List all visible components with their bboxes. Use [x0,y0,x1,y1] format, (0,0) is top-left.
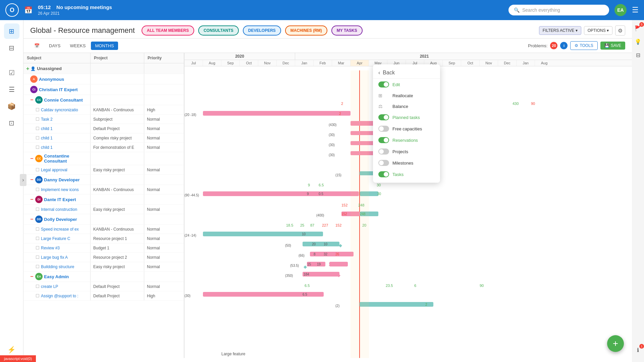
filter-consultants[interactable]: CONSULTANTS [198,25,239,36]
filter-my-tasks[interactable]: MY TASKS [331,25,363,36]
row-review3: ☐ Review #3 Budget 1 Normal [23,243,184,253]
svg-text:(30): (30) [184,294,191,298]
row-anonymous: A Anonymous [23,74,184,84]
info-icon[interactable]: i [560,42,568,49]
svg-rect-49 [303,242,339,246]
avatar-danny: DD [35,176,43,183]
search-bar[interactable]: 🔍 Search everything [508,5,609,15]
svg-rect-35 [341,212,360,216]
svg-text:2: 2 [339,112,341,116]
tools-button[interactable]: ⚙ TOOLS [570,41,597,50]
planned-tasks-toggle[interactable] [378,114,389,120]
dropdown-edit[interactable]: Edit [373,79,440,90]
avatar-anonymous: A [30,75,38,83]
options-button[interactable]: OPTIONS ▾ [584,26,612,35]
row-assign-support: ☐ Assign @support to : Default Project H… [23,291,184,301]
filter-list-icon[interactable]: ⊟ [633,50,643,60]
svg-text:30: 30 [377,192,381,196]
filter-machines[interactable]: MACHINES (RM) [285,25,327,36]
add-fab[interactable]: + [607,335,624,352]
projects-toggle[interactable] [378,148,389,155]
filter-all-team-members[interactable]: ALL TEAM MEMBERS [142,25,194,36]
notification-button[interactable]: ℹ 1 [633,345,643,355]
sidebar-item-dropbox[interactable]: 📦 [4,99,19,114]
svg-text:19: 19 [317,262,321,266]
collapse-danny[interactable]: − [30,177,33,183]
notification-badge: 1 [639,344,644,349]
svg-text:1: 1 [329,262,331,266]
content-header: Global - Resource management ALL TEAM ME… [23,20,632,39]
tasks-toggle[interactable] [378,171,389,177]
sidebar-expand-btn[interactable]: › [20,174,26,186]
collapse-dolly[interactable]: − [30,216,33,222]
dropdown-reallocate[interactable]: ⊞ Reallocate [373,90,440,101]
filters-active-button[interactable]: FILTERS ACTIVE ▾ [539,26,581,35]
dropdown-projects[interactable]: Projects [373,146,440,157]
expand-unassigned[interactable]: + [26,66,29,72]
dropdown-free-capacities[interactable]: Free capacities [373,123,440,134]
calendar-view-button[interactable]: 📅 [30,42,44,50]
reservations-toggle[interactable] [378,137,389,143]
edit-toggle[interactable] [378,81,389,87]
svg-text:32: 32 [324,252,328,256]
collapse-constantine[interactable]: − [30,156,33,162]
free-capacities-toggle[interactable] [378,126,389,132]
sidebar-item-widget[interactable]: ⊡ [4,115,19,131]
dropdown-milestones[interactable]: Milestones [373,157,440,169]
svg-text:152: 152 [341,212,347,216]
dropdown-tasks[interactable]: Tasks [373,169,440,180]
svg-text:248: 248 [358,203,364,207]
svg-marker-52 [339,244,342,247]
svg-text:6.5: 6.5 [319,183,324,187]
settings-button[interactable]: ⚙ [615,25,625,36]
svg-rect-66 [303,272,339,277]
sidebar-item-hierarchy[interactable]: ⊟ [4,40,19,56]
flag-button[interactable]: 🚩 5 [633,23,643,33]
svg-text:(350): (350) [285,274,293,278]
dropdown-balance[interactable]: ⚖ Balance [373,101,440,112]
dropdown-planned-tasks[interactable]: Planned tasks [373,112,440,123]
calendar-icon[interactable]: 📅 [24,6,33,14]
svg-text:(90 -44.5): (90 -44.5) [184,193,199,197]
svg-text:15: 15 [307,262,311,266]
gantt-left-panel: Subject Project Priority + 👤 Unassigned … [23,53,184,358]
task-icon: ☐ [36,135,40,140]
row-internal: ☐ Internal construction Easy risky proje… [23,205,184,214]
weeks-button[interactable]: WEEKS [66,42,90,50]
save-button[interactable]: 💾 SAVE [600,42,625,50]
collapse-dante[interactable]: − [30,196,33,202]
dropdown-reservations[interactable]: Reservations [373,134,440,146]
bulb-icon[interactable]: 💡 [633,37,643,46]
row-create-lp: ☐ create LP Default Project Normal [23,282,184,291]
svg-text:8: 8 [314,252,316,256]
days-button[interactable]: DAYS [45,42,64,50]
filter-developers[interactable]: DEVELOPERS [243,25,281,36]
row-dolly: − DD Dolly Developer [23,214,184,225]
row-legal: ☐ Legal approval Easy risky project Norm… [23,165,184,175]
svg-text:(66): (66) [299,254,305,257]
collapse-connie[interactable]: − [30,97,33,103]
hamburger-menu-icon[interactable]: ☰ [632,6,639,14]
sidebar-item-list[interactable]: ☰ [4,82,19,97]
months-button[interactable]: MONTHS [91,42,118,50]
collapse-easy-admin[interactable]: − [30,274,33,280]
svg-rect-5 [203,111,351,116]
svg-text:(2): (2) [335,304,339,308]
task-icon: ☐ [36,284,40,289]
row-building: ☐ Buildding structure Easy risky project… [23,262,184,272]
sidebar-item-tasks[interactable]: ☑ [4,65,19,80]
back-arrow-icon: ‹ [378,70,380,76]
svg-rect-27 [203,191,359,196]
svg-text:26: 26 [335,252,339,256]
task-icon: ☐ [36,107,40,112]
sidebar-item-grid[interactable]: ⊞ [4,23,19,39]
milestones-toggle[interactable] [378,160,389,166]
search-icon: 🔍 [514,7,520,13]
svg-text:(15): (15) [335,173,341,177]
avatar-constantine: CC [35,155,43,162]
back-button[interactable]: ‹ Back [373,67,440,79]
row-easy-admin: − EA Easy Admin [23,272,184,282]
avatar[interactable]: EA [614,4,627,16]
svg-text:(53.5): (53.5) [290,264,299,267]
logo[interactable]: O [5,3,19,17]
